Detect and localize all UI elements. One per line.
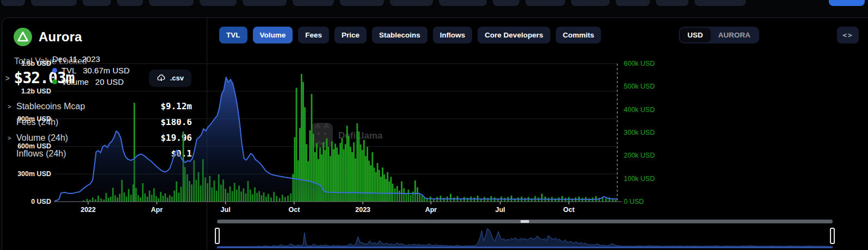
- nav-link[interactable]: [340, 0, 384, 6]
- tooltip-series-name: TVL: [61, 66, 77, 75]
- x-axis-label: Jul: [495, 206, 505, 214]
- tab-inflows[interactable]: Inflows: [433, 27, 473, 43]
- x-axis-label: Jul: [221, 206, 231, 214]
- chart-tabs: TVLVolumeFeesPriceStablecoinsInflowsCore…: [219, 27, 601, 43]
- volume-bar: [356, 123, 358, 202]
- embed-chart-button[interactable]: <>: [837, 27, 859, 43]
- nav-link[interactable]: [117, 0, 143, 6]
- left-axis-label: 1.5b USD: [21, 60, 51, 67]
- protocol-name: Aurora: [39, 29, 82, 45]
- left-axis-label: 600m USD: [17, 142, 51, 150]
- right-axis-label: 600k USD: [624, 60, 655, 67]
- tooltip-series-value: 30.67m USD: [83, 66, 130, 75]
- right-axis-label: 0 USD: [624, 198, 644, 205]
- protocol-card: Aurora Total Value Locked > $32.03m .csv…: [2, 17, 868, 250]
- tooltip-series-name: Volume: [61, 77, 89, 86]
- x-axis-label: Apr: [425, 206, 437, 214]
- volume-legend-dot-icon: [52, 79, 57, 84]
- main-chart[interactable]: Dec 11, 2023 TVL30.67m USDVolume20 USD 1…: [7, 52, 662, 216]
- aurora-logo-icon: [14, 28, 32, 46]
- left-axis-label: 1.2b USD: [21, 88, 51, 95]
- right-axis-label: 400k USD: [624, 106, 655, 114]
- tab-commits[interactable]: Commits: [556, 27, 602, 43]
- left-axis-label: 300m USD: [17, 170, 51, 178]
- x-axis-label: Oct: [288, 206, 300, 214]
- brush-handle-left[interactable]: [215, 228, 220, 244]
- volume-bar: [348, 136, 350, 202]
- right-axis-label: 100k USD: [624, 175, 655, 183]
- right-axis-label: 300k USD: [624, 129, 655, 136]
- left-axis-label: 0 USD: [31, 198, 51, 205]
- tab-core-developers[interactable]: Core Developers: [478, 27, 550, 43]
- nav-link[interactable]: [31, 0, 77, 6]
- navbar-links: [1, 0, 865, 6]
- tab-price[interactable]: Price: [334, 27, 367, 43]
- left-axis-label: 900m USD: [17, 115, 51, 123]
- brush-grip-handle[interactable]: [520, 220, 529, 223]
- tooltip-date: Dec 11, 2023: [52, 54, 129, 64]
- nav-link[interactable]: [616, 0, 650, 6]
- nav-link[interactable]: [293, 0, 334, 6]
- chart-tooltip: Dec 11, 2023 TVL30.67m USDVolume20 USD: [52, 54, 129, 86]
- nav-link[interactable]: [439, 0, 487, 6]
- tab-stablecoins[interactable]: Stablecoins: [372, 27, 427, 43]
- x-axis-label: 2023: [355, 206, 370, 214]
- brush-handle-right[interactable]: [830, 228, 835, 244]
- nav-link[interactable]: [571, 0, 610, 6]
- nav-link[interactable]: [390, 0, 433, 6]
- brush-minimap[interactable]: [217, 224, 833, 249]
- protocol-header: Aurora: [14, 28, 82, 46]
- minimap-area: [217, 229, 833, 247]
- tab-fees[interactable]: Fees: [298, 27, 329, 43]
- brush-track[interactable]: [217, 220, 833, 223]
- nav-link[interactable]: [83, 0, 111, 6]
- denom-option-aurora[interactable]: AURORA: [711, 28, 758, 42]
- nav-link[interactable]: [493, 0, 519, 6]
- tab-volume[interactable]: Volume: [253, 27, 293, 43]
- tab-tvl[interactable]: TVL: [219, 27, 247, 43]
- volume-bar: [358, 132, 360, 202]
- denom-option-usd[interactable]: USD: [680, 28, 711, 42]
- volume-bar: [346, 126, 348, 202]
- svg-text:DefiLlama: DefiLlama: [338, 130, 383, 141]
- tvl-legend-dot-icon: [52, 68, 57, 73]
- nav-link[interactable]: [695, 0, 746, 6]
- right-axis-label: 200k USD: [624, 152, 655, 159]
- tooltip-series-value: 20 USD: [95, 77, 124, 86]
- nav-cta-button[interactable]: [829, 0, 865, 6]
- nav-link[interactable]: [656, 0, 689, 6]
- x-axis-label: 2022: [80, 206, 96, 214]
- tooltip-row-volume: Volume20 USD: [52, 77, 129, 86]
- denomination-toggle: USDAURORA: [679, 27, 759, 43]
- nav-link[interactable]: [1, 0, 25, 6]
- nav-link[interactable]: [243, 0, 287, 6]
- nav-link[interactable]: [149, 0, 194, 6]
- tooltip-row-tvl: TVL30.67m USD: [52, 66, 129, 75]
- top-navbar: [0, 0, 868, 7]
- nav-link[interactable]: [200, 0, 237, 6]
- x-axis-label: Oct: [563, 206, 575, 214]
- right-axis-label: 500k USD: [624, 83, 655, 90]
- time-brush[interactable]: [217, 220, 833, 250]
- x-axis-label: Apr: [151, 206, 163, 214]
- nav-link[interactable]: [525, 0, 565, 6]
